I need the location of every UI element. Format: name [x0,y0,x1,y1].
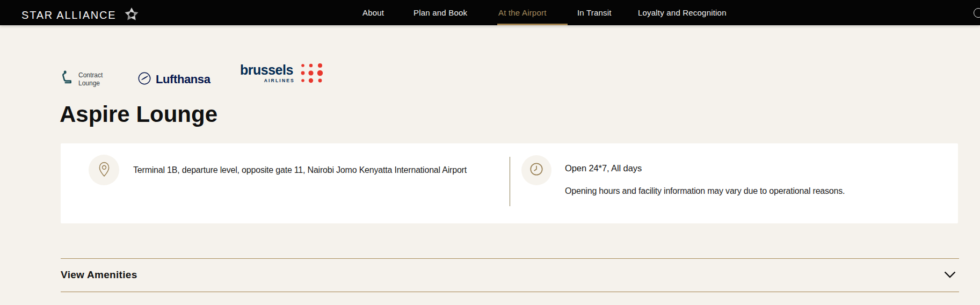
nav-item-loyalty-and-recognition[interactable]: Loyalty and Recognition [638,8,727,17]
nav-item-at-the-airport[interactable]: At the Airport [498,8,547,17]
brussels-dots-icon [299,62,325,86]
lounge-seat-icon [62,70,74,86]
lufthansa-crane-icon [138,72,151,87]
brussels-airlines-logo: brussels AIRLINES [240,63,295,83]
top-nav: STAR ALLIANCE About Plan and Book At the… [0,0,980,25]
lounge-info-card: Terminal 1B, departure level, opposite g… [61,143,958,223]
nav-item-about[interactable]: About [362,8,384,17]
active-nav-underline [497,24,568,25]
star-alliance-wordmark: STAR ALLIANCE [21,9,116,21]
nav-item-in-transit[interactable]: In Transit [577,8,612,17]
hours-icon-circle [521,155,551,185]
chevron-down-icon[interactable] [944,271,956,280]
location-pin-icon [97,161,111,179]
contract-lounge-label: Contract Lounge [78,70,103,88]
lufthansa-logo: Lufthansa [138,72,210,87]
card-divider [510,157,510,206]
view-amenities-label: View Amenities [61,269,137,281]
lufthansa-wordmark: Lufthansa [156,72,210,86]
opening-hours-text: Open 24*7, All days [565,163,642,173]
clock-icon [529,162,544,179]
contract-lounge-label-line2: Lounge [78,79,100,87]
contract-lounge-badge: Contract Lounge [62,70,103,88]
view-amenities-accordion[interactable]: View Amenities [61,258,959,292]
page: STAR ALLIANCE About Plan and Book At the… [0,0,980,305]
contract-lounge-label-line1: Contract [78,71,103,79]
opening-hours-note: Opening hours and facility information m… [565,186,845,196]
lounge-location-text: Terminal 1B, departure level, opposite g… [133,163,471,177]
search-icon[interactable] [974,8,980,18]
location-icon-circle [89,155,119,185]
page-title: Aspire Lounge [60,101,217,127]
brussels-airlines-sub: AIRLINES [240,78,295,83]
star-alliance-logo[interactable]: STAR ALLIANCE [21,6,140,24]
nav-item-plan-and-book[interactable]: Plan and Book [413,8,467,17]
star-alliance-star-icon [124,6,140,25]
brussels-wordmark: brussels [240,63,295,77]
